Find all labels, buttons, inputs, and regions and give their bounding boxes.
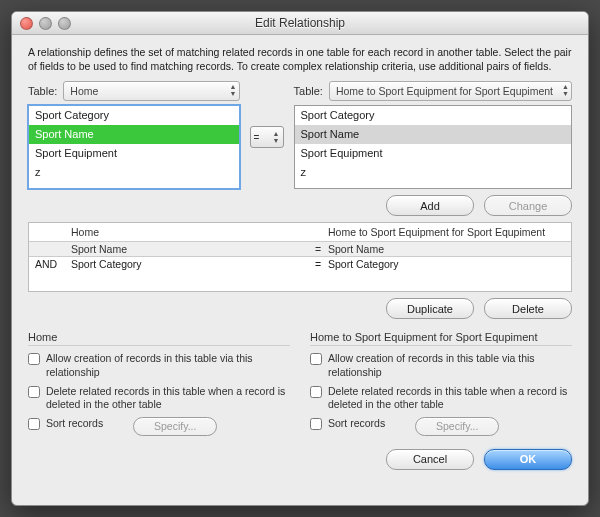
left-fields-listbox[interactable]: Sport Category Sport Name Sport Equipmen… [28,105,240,189]
left-sort-checkbox[interactable] [28,418,40,430]
checkbox-icon[interactable] [28,353,40,365]
right-delete-related-checkbox[interactable]: Delete related records in this table whe… [310,385,572,412]
left-delete-related-checkbox[interactable]: Delete related records in this table whe… [28,385,290,412]
right-specify-button[interactable]: Specify... [415,417,499,436]
checkbox-icon[interactable] [28,386,40,398]
right-table-block: Table: Home to Sport Equipment for Sport… [294,81,572,189]
right-table-label: Table: [294,85,323,97]
window-traffic-lights [20,17,71,30]
dialog-content: A relationship defines the set of matchi… [12,35,588,505]
change-button[interactable]: Change [484,195,572,216]
right-sort-label: Sort records [328,417,385,431]
pairs-row-right: Sport Category [328,258,565,270]
left-options-title: Home [28,331,290,346]
left-allow-create-label: Allow creation of records in this table … [46,352,290,379]
close-icon[interactable] [20,17,33,30]
list-item[interactable]: Sport Category [295,106,571,125]
operator-dropdown[interactable]: = ▲▼ [250,126,284,148]
pairs-row-op: = [308,243,328,255]
left-sort-label: Sort records [46,417,103,431]
right-options-title: Home to Sport Equipment for Sport Equpim… [310,331,572,346]
list-item[interactable]: z [29,163,239,182]
left-options-column: Home Allow creation of records in this t… [28,331,290,441]
operator-value: = [254,132,260,143]
delete-button[interactable]: Delete [484,298,572,319]
pairs-header-right: Home to Sport Equipment for Sport Equpim… [308,226,565,238]
right-table-value: Home to Sport Equipment for Sport Equpim… [336,85,553,97]
right-allow-create-checkbox[interactable]: Allow creation of records in this table … [310,352,572,379]
right-fields-listbox[interactable]: Sport Category Sport Name Sport Equipmen… [294,105,572,189]
add-button[interactable]: Add [386,195,474,216]
zoom-icon [58,17,71,30]
checkbox-icon[interactable] [310,386,322,398]
left-allow-create-checkbox[interactable]: Allow creation of records in this table … [28,352,290,379]
operator-column: = ▲▼ [250,81,284,148]
titlebar: Edit Relationship [12,12,588,35]
cancel-button[interactable]: Cancel [386,449,474,470]
left-table-block: Table: Home ▲▼ Sport Category Sport Name… [28,81,240,189]
pairs-row-right: Sport Name [328,243,565,255]
dropdown-arrows-icon: ▲▼ [273,130,280,144]
left-table-dropdown[interactable]: Home ▲▼ [63,81,239,101]
left-specify-button[interactable]: Specify... [133,417,217,436]
list-item[interactable]: Sport Equipment [295,144,571,163]
right-delete-related-label: Delete related records in this table whe… [328,385,572,412]
dropdown-arrows-icon: ▲▼ [562,83,569,97]
pairs-row[interactable]: AND Sport Category = Sport Category [29,257,571,271]
description-text: A relationship defines the set of matchi… [28,45,572,73]
list-item[interactable]: Sport Name [295,125,571,144]
pairs-grid-header-row[interactable]: Sport Name = Sport Name [29,241,571,257]
criteria-pairs-area: Home Home to Sport Equipment for Sport E… [28,222,572,292]
pairs-row-left: Sport Category [71,258,308,270]
ok-button[interactable]: OK [484,449,572,470]
dropdown-arrows-icon: ▲▼ [230,83,237,97]
pairs-row-and: AND [35,258,71,270]
list-item[interactable]: Sport Name [29,125,239,144]
edit-relationship-window: Edit Relationship A relationship defines… [11,11,589,506]
minimize-icon [39,17,52,30]
left-table-label: Table: [28,85,57,97]
pairs-row-op: = [308,258,328,270]
list-item[interactable]: Sport Equipment [29,144,239,163]
duplicate-button[interactable]: Duplicate [386,298,474,319]
pairs-row-left: Sport Name [71,243,308,255]
pairs-header-left: Home [71,226,308,238]
window-title: Edit Relationship [255,16,345,30]
checkbox-icon[interactable] [310,353,322,365]
right-allow-create-label: Allow creation of records in this table … [328,352,572,379]
left-delete-related-label: Delete related records in this table whe… [46,385,290,412]
right-table-dropdown[interactable]: Home to Sport Equipment for Sport Equpim… [329,81,572,101]
right-options-column: Home to Sport Equipment for Sport Equpim… [310,331,572,441]
list-item[interactable]: Sport Category [29,106,239,125]
left-table-value: Home [70,85,98,97]
list-item[interactable]: z [295,163,571,182]
right-sort-checkbox[interactable] [310,418,322,430]
